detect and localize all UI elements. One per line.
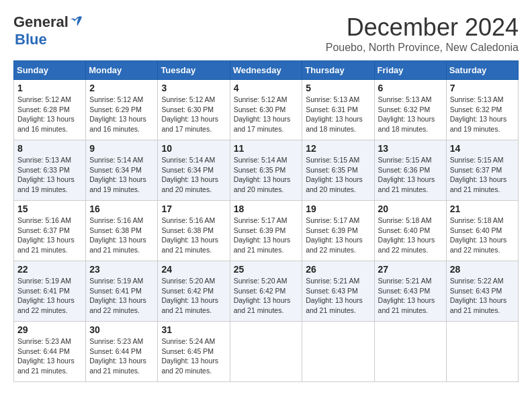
day-info: Sunrise: 5:17 AMSunset: 6:39 PMDaylight:… bbox=[234, 216, 291, 254]
logo: General Blue bbox=[13, 13, 85, 48]
calendar-cell: 3 Sunrise: 5:12 AMSunset: 6:30 PMDayligh… bbox=[158, 80, 230, 140]
day-info: Sunrise: 5:14 AMSunset: 6:34 PMDaylight:… bbox=[161, 156, 218, 193]
day-info: Sunrise: 5:12 AMSunset: 6:30 PMDaylight:… bbox=[234, 95, 291, 133]
location-title: Pouebo, North Province, New Caledonia bbox=[326, 42, 519, 54]
day-number: 12 bbox=[306, 143, 370, 154]
day-number: 15 bbox=[17, 203, 82, 214]
logo-bird-icon bbox=[70, 15, 85, 29]
calendar-cell: 5 Sunrise: 5:13 AMSunset: 6:31 PMDayligh… bbox=[302, 80, 374, 140]
day-number: 17 bbox=[161, 203, 226, 214]
calendar-cell: 17 Sunrise: 5:16 AMSunset: 6:38 PMDaylig… bbox=[158, 201, 230, 261]
logo-blue: Blue bbox=[15, 31, 47, 48]
calendar-header-row: SundayMondayTuesdayWednesdayThursdayFrid… bbox=[14, 61, 519, 80]
day-number: 31 bbox=[161, 324, 226, 335]
day-number: 24 bbox=[161, 264, 226, 275]
calendar-cell: 31 Sunrise: 5:24 AMSunset: 6:45 PMDaylig… bbox=[158, 322, 230, 382]
day-number: 9 bbox=[89, 143, 154, 154]
calendar-header-friday: Friday bbox=[374, 61, 446, 80]
day-info: Sunrise: 5:15 AMSunset: 6:37 PMDaylight:… bbox=[450, 156, 507, 193]
calendar-cell: 2 Sunrise: 5:12 AMSunset: 6:29 PMDayligh… bbox=[86, 80, 158, 140]
calendar-header-tuesday: Tuesday bbox=[158, 61, 230, 80]
day-number: 3 bbox=[161, 83, 226, 93]
calendar-header-saturday: Saturday bbox=[446, 61, 518, 80]
day-info: Sunrise: 5:13 AMSunset: 6:32 PMDaylight:… bbox=[450, 95, 507, 133]
calendar-cell: 14 Sunrise: 5:15 AMSunset: 6:37 PMDaylig… bbox=[446, 140, 518, 201]
calendar-week-row: 22 Sunrise: 5:19 AMSunset: 6:41 PMDaylig… bbox=[14, 261, 519, 322]
day-info: Sunrise: 5:19 AMSunset: 6:41 PMDaylight:… bbox=[17, 277, 75, 314]
day-info: Sunrise: 5:20 AMSunset: 6:42 PMDaylight:… bbox=[161, 277, 218, 314]
calendar-cell: 22 Sunrise: 5:19 AMSunset: 6:41 PMDaylig… bbox=[14, 261, 86, 322]
calendar-cell: 20 Sunrise: 5:18 AMSunset: 6:40 PMDaylig… bbox=[374, 201, 446, 261]
day-info: Sunrise: 5:23 AMSunset: 6:44 PMDaylight:… bbox=[89, 337, 146, 375]
day-number: 23 bbox=[89, 264, 154, 275]
calendar-cell: 16 Sunrise: 5:16 AMSunset: 6:38 PMDaylig… bbox=[86, 201, 158, 261]
calendar-cell: 12 Sunrise: 5:15 AMSunset: 6:35 PMDaylig… bbox=[302, 140, 374, 201]
day-number: 2 bbox=[89, 83, 154, 93]
day-info: Sunrise: 5:19 AMSunset: 6:41 PMDaylight:… bbox=[89, 277, 146, 314]
day-info: Sunrise: 5:16 AMSunset: 6:38 PMDaylight:… bbox=[161, 216, 218, 254]
day-number: 28 bbox=[450, 264, 515, 275]
calendar-cell: 28 Sunrise: 5:22 AMSunset: 6:43 PMDaylig… bbox=[446, 261, 518, 322]
day-number: 13 bbox=[378, 143, 443, 154]
calendar-cell: 11 Sunrise: 5:14 AMSunset: 6:35 PMDaylig… bbox=[230, 140, 302, 201]
calendar-week-row: 1 Sunrise: 5:12 AMSunset: 6:28 PMDayligh… bbox=[14, 80, 519, 140]
calendar-header-wednesday: Wednesday bbox=[230, 61, 302, 80]
day-info: Sunrise: 5:12 AMSunset: 6:29 PMDaylight:… bbox=[89, 95, 146, 133]
month-title: December 2024 bbox=[326, 13, 519, 42]
day-number: 8 bbox=[17, 143, 82, 154]
day-info: Sunrise: 5:13 AMSunset: 6:33 PMDaylight:… bbox=[17, 156, 75, 193]
day-number: 14 bbox=[450, 143, 515, 154]
day-number: 20 bbox=[378, 203, 443, 214]
calendar-cell: 30 Sunrise: 5:23 AMSunset: 6:44 PMDaylig… bbox=[86, 322, 158, 382]
day-info: Sunrise: 5:24 AMSunset: 6:45 PMDaylight:… bbox=[161, 337, 218, 375]
calendar-cell: 8 Sunrise: 5:13 AMSunset: 6:33 PMDayligh… bbox=[14, 140, 86, 201]
day-number: 19 bbox=[306, 203, 370, 214]
calendar-cell: 13 Sunrise: 5:15 AMSunset: 6:36 PMDaylig… bbox=[374, 140, 446, 201]
calendar-cell bbox=[230, 322, 302, 382]
day-info: Sunrise: 5:16 AMSunset: 6:37 PMDaylight:… bbox=[17, 216, 75, 254]
day-info: Sunrise: 5:15 AMSunset: 6:36 PMDaylight:… bbox=[378, 156, 435, 193]
day-info: Sunrise: 5:21 AMSunset: 6:43 PMDaylight:… bbox=[306, 277, 363, 314]
calendar-header-monday: Monday bbox=[86, 61, 158, 80]
calendar-cell: 26 Sunrise: 5:21 AMSunset: 6:43 PMDaylig… bbox=[302, 261, 374, 322]
day-number: 6 bbox=[378, 83, 443, 93]
day-info: Sunrise: 5:12 AMSunset: 6:30 PMDaylight:… bbox=[161, 95, 218, 133]
day-number: 21 bbox=[450, 203, 515, 214]
calendar-cell: 23 Sunrise: 5:19 AMSunset: 6:41 PMDaylig… bbox=[86, 261, 158, 322]
day-info: Sunrise: 5:21 AMSunset: 6:43 PMDaylight:… bbox=[378, 277, 435, 314]
day-number: 27 bbox=[378, 264, 443, 275]
calendar-cell: 25 Sunrise: 5:20 AMSunset: 6:42 PMDaylig… bbox=[230, 261, 302, 322]
day-info: Sunrise: 5:20 AMSunset: 6:42 PMDaylight:… bbox=[234, 277, 291, 314]
calendar-cell: 21 Sunrise: 5:18 AMSunset: 6:40 PMDaylig… bbox=[446, 201, 518, 261]
calendar-header-thursday: Thursday bbox=[302, 61, 374, 80]
day-number: 29 bbox=[17, 324, 82, 335]
day-info: Sunrise: 5:18 AMSunset: 6:40 PMDaylight:… bbox=[450, 216, 507, 254]
calendar-week-row: 8 Sunrise: 5:13 AMSunset: 6:33 PMDayligh… bbox=[14, 140, 519, 201]
day-number: 30 bbox=[89, 324, 154, 335]
day-info: Sunrise: 5:16 AMSunset: 6:38 PMDaylight:… bbox=[89, 216, 146, 254]
calendar-cell bbox=[374, 322, 446, 382]
calendar-cell bbox=[446, 322, 518, 382]
logo-general: General bbox=[13, 13, 69, 31]
calendar-cell: 19 Sunrise: 5:17 AMSunset: 6:39 PMDaylig… bbox=[302, 201, 374, 261]
day-number: 18 bbox=[234, 203, 299, 214]
calendar-cell: 15 Sunrise: 5:16 AMSunset: 6:37 PMDaylig… bbox=[14, 201, 86, 261]
calendar-cell bbox=[302, 322, 374, 382]
day-info: Sunrise: 5:14 AMSunset: 6:34 PMDaylight:… bbox=[89, 156, 146, 193]
day-number: 11 bbox=[234, 143, 299, 154]
day-info: Sunrise: 5:18 AMSunset: 6:40 PMDaylight:… bbox=[378, 216, 435, 254]
day-info: Sunrise: 5:15 AMSunset: 6:35 PMDaylight:… bbox=[306, 156, 363, 193]
day-number: 4 bbox=[234, 83, 299, 93]
day-number: 10 bbox=[161, 143, 226, 154]
calendar-week-row: 29 Sunrise: 5:23 AMSunset: 6:44 PMDaylig… bbox=[14, 322, 519, 382]
day-number: 16 bbox=[89, 203, 154, 214]
day-info: Sunrise: 5:17 AMSunset: 6:39 PMDaylight:… bbox=[306, 216, 363, 254]
calendar-cell: 9 Sunrise: 5:14 AMSunset: 6:34 PMDayligh… bbox=[86, 140, 158, 201]
calendar-cell: 24 Sunrise: 5:20 AMSunset: 6:42 PMDaylig… bbox=[158, 261, 230, 322]
day-number: 22 bbox=[17, 264, 82, 275]
calendar-week-row: 15 Sunrise: 5:16 AMSunset: 6:37 PMDaylig… bbox=[14, 201, 519, 261]
calendar-body: 1 Sunrise: 5:12 AMSunset: 6:28 PMDayligh… bbox=[14, 80, 519, 382]
day-number: 7 bbox=[450, 83, 515, 93]
calendar-cell: 1 Sunrise: 5:12 AMSunset: 6:28 PMDayligh… bbox=[14, 80, 86, 140]
title-section: December 2024 Pouebo, North Province, Ne… bbox=[326, 13, 519, 54]
